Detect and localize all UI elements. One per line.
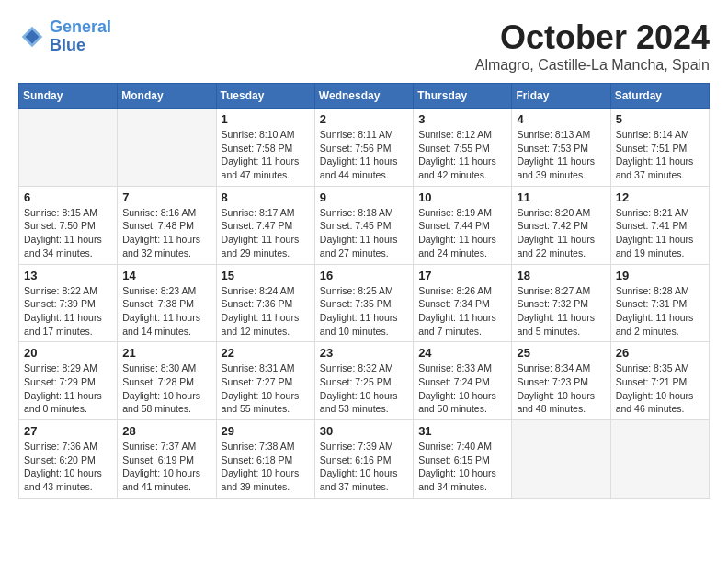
calendar-day-cell: 24Sunrise: 8:33 AMSunset: 7:24 PMDayligh… <box>414 342 512 420</box>
day-info: Sunrise: 8:14 AMSunset: 7:51 PMDaylight:… <box>616 128 704 182</box>
day-info: Sunrise: 8:24 AMSunset: 7:36 PMDaylight:… <box>222 284 310 339</box>
day-number: 27 <box>24 424 112 438</box>
day-number: 25 <box>517 346 605 360</box>
day-info: Sunrise: 8:21 AMSunset: 7:41 PMDaylight:… <box>616 206 704 260</box>
day-number: 21 <box>122 346 210 360</box>
calendar-day-cell: 1Sunrise: 8:10 AMSunset: 7:58 PMDaylight… <box>216 109 314 187</box>
day-number: 8 <box>222 190 310 204</box>
day-info: Sunrise: 8:11 AMSunset: 7:56 PMDaylight:… <box>320 128 408 182</box>
calendar-day-cell: 23Sunrise: 8:32 AMSunset: 7:25 PMDayligh… <box>314 342 413 420</box>
weekday-header: Saturday <box>610 84 709 109</box>
calendar-week-row: 27Sunrise: 7:36 AMSunset: 6:20 PMDayligh… <box>19 420 710 499</box>
day-number: 14 <box>122 269 210 282</box>
calendar-day-cell: 22Sunrise: 8:31 AMSunset: 7:27 PMDayligh… <box>216 342 314 420</box>
calendar-day-cell: 19Sunrise: 8:28 AMSunset: 7:31 PMDayligh… <box>610 264 709 342</box>
day-number: 30 <box>320 424 408 438</box>
weekday-header: Sunday <box>19 84 118 109</box>
calendar-day-cell <box>118 109 216 187</box>
calendar-day-cell: 30Sunrise: 7:39 AMSunset: 6:16 PMDayligh… <box>314 420 413 499</box>
calendar-day-cell: 21Sunrise: 8:30 AMSunset: 7:28 PMDayligh… <box>118 342 216 420</box>
weekday-header: Wednesday <box>314 84 413 109</box>
logo-name: GeneralBlue <box>50 18 111 55</box>
calendar-day-cell: 10Sunrise: 8:19 AMSunset: 7:44 PMDayligh… <box>414 186 512 264</box>
day-info: Sunrise: 8:32 AMSunset: 7:25 PMDaylight:… <box>320 362 408 416</box>
day-number: 16 <box>320 269 408 282</box>
day-info: Sunrise: 8:18 AMSunset: 7:45 PMDaylight:… <box>320 206 408 260</box>
day-number: 13 <box>24 269 112 282</box>
calendar-day-cell: 12Sunrise: 8:21 AMSunset: 7:41 PMDayligh… <box>610 186 709 264</box>
day-number: 17 <box>418 269 506 282</box>
title-area: October 2024 Almagro, Castille-La Mancha… <box>475 18 710 74</box>
day-number: 2 <box>320 112 408 126</box>
calendar-day-cell: 2Sunrise: 8:11 AMSunset: 7:56 PMDaylight… <box>314 109 413 187</box>
day-info: Sunrise: 8:19 AMSunset: 7:44 PMDaylight:… <box>418 206 506 260</box>
calendar-day-cell: 3Sunrise: 8:12 AMSunset: 7:55 PMDaylight… <box>414 109 512 187</box>
day-number: 18 <box>517 269 605 282</box>
day-number: 9 <box>320 190 408 204</box>
day-info: Sunrise: 8:33 AMSunset: 7:24 PMDaylight:… <box>418 362 506 416</box>
day-info: Sunrise: 8:12 AMSunset: 7:55 PMDaylight:… <box>418 128 506 182</box>
day-info: Sunrise: 8:28 AMSunset: 7:31 PMDaylight:… <box>616 284 704 339</box>
day-number: 19 <box>616 269 704 282</box>
calendar-day-cell <box>610 420 709 499</box>
month-title: October 2024 <box>475 18 710 57</box>
calendar-day-cell: 14Sunrise: 8:23 AMSunset: 7:38 PMDayligh… <box>118 264 216 342</box>
calendar-day-cell: 25Sunrise: 8:34 AMSunset: 7:23 PMDayligh… <box>512 342 610 420</box>
location-title: Almagro, Castille-La Mancha, Spain <box>475 57 710 74</box>
calendar-day-cell: 26Sunrise: 8:35 AMSunset: 7:21 PMDayligh… <box>610 342 709 420</box>
calendar-day-cell: 16Sunrise: 8:25 AMSunset: 7:35 PMDayligh… <box>314 264 413 342</box>
day-info: Sunrise: 8:26 AMSunset: 7:34 PMDaylight:… <box>418 284 506 339</box>
day-info: Sunrise: 8:31 AMSunset: 7:27 PMDaylight:… <box>222 362 310 416</box>
calendar-day-cell: 13Sunrise: 8:22 AMSunset: 7:39 PMDayligh… <box>19 264 118 342</box>
day-info: Sunrise: 8:20 AMSunset: 7:42 PMDaylight:… <box>517 206 605 260</box>
calendar-week-row: 1Sunrise: 8:10 AMSunset: 7:58 PMDaylight… <box>19 109 710 187</box>
day-info: Sunrise: 8:27 AMSunset: 7:32 PMDaylight:… <box>517 284 605 339</box>
calendar-day-cell: 5Sunrise: 8:14 AMSunset: 7:51 PMDaylight… <box>610 109 709 187</box>
calendar-week-row: 20Sunrise: 8:29 AMSunset: 7:29 PMDayligh… <box>19 342 710 420</box>
day-info: Sunrise: 7:40 AMSunset: 6:15 PMDaylight:… <box>418 440 506 494</box>
day-number: 5 <box>616 112 704 126</box>
calendar-day-cell <box>19 109 118 187</box>
day-info: Sunrise: 8:16 AMSunset: 7:48 PMDaylight:… <box>122 206 210 260</box>
calendar-day-cell: 4Sunrise: 8:13 AMSunset: 7:53 PMDaylight… <box>512 109 610 187</box>
calendar-day-cell: 29Sunrise: 7:38 AMSunset: 6:18 PMDayligh… <box>216 420 314 499</box>
calendar-day-cell: 8Sunrise: 8:17 AMSunset: 7:47 PMDaylight… <box>216 186 314 264</box>
day-number: 23 <box>320 346 408 360</box>
day-info: Sunrise: 8:10 AMSunset: 7:58 PMDaylight:… <box>222 128 310 182</box>
day-number: 7 <box>122 190 210 204</box>
weekday-header: Tuesday <box>216 84 314 109</box>
logo: GeneralBlue <box>18 18 111 55</box>
day-info: Sunrise: 8:23 AMSunset: 7:38 PMDaylight:… <box>122 284 210 339</box>
day-number: 10 <box>418 190 506 204</box>
logo-icon <box>18 23 46 51</box>
day-number: 26 <box>616 346 704 360</box>
calendar-day-cell: 20Sunrise: 8:29 AMSunset: 7:29 PMDayligh… <box>19 342 118 420</box>
day-info: Sunrise: 8:17 AMSunset: 7:47 PMDaylight:… <box>222 206 310 260</box>
weekday-header: Friday <box>512 84 610 109</box>
calendar-week-row: 6Sunrise: 8:15 AMSunset: 7:50 PMDaylight… <box>19 186 710 264</box>
day-info: Sunrise: 8:25 AMSunset: 7:35 PMDaylight:… <box>320 284 408 339</box>
calendar-day-cell: 6Sunrise: 8:15 AMSunset: 7:50 PMDaylight… <box>19 186 118 264</box>
header: GeneralBlue October 2024 Almagro, Castil… <box>18 18 710 74</box>
day-number: 12 <box>616 190 704 204</box>
day-number: 4 <box>517 112 605 126</box>
day-number: 24 <box>418 346 506 360</box>
day-info: Sunrise: 8:30 AMSunset: 7:28 PMDaylight:… <box>122 362 210 416</box>
calendar-day-cell: 17Sunrise: 8:26 AMSunset: 7:34 PMDayligh… <box>414 264 512 342</box>
day-number: 6 <box>24 190 112 204</box>
calendar-day-cell: 28Sunrise: 7:37 AMSunset: 6:19 PMDayligh… <box>118 420 216 499</box>
calendar-day-cell: 18Sunrise: 8:27 AMSunset: 7:32 PMDayligh… <box>512 264 610 342</box>
day-info: Sunrise: 7:39 AMSunset: 6:16 PMDaylight:… <box>320 440 408 494</box>
calendar-day-cell: 15Sunrise: 8:24 AMSunset: 7:36 PMDayligh… <box>216 264 314 342</box>
calendar-day-cell: 11Sunrise: 8:20 AMSunset: 7:42 PMDayligh… <box>512 186 610 264</box>
weekday-header: Monday <box>118 84 216 109</box>
day-number: 11 <box>517 190 605 204</box>
day-number: 1 <box>222 112 310 126</box>
day-number: 3 <box>418 112 506 126</box>
day-number: 20 <box>24 346 112 360</box>
day-info: Sunrise: 7:38 AMSunset: 6:18 PMDaylight:… <box>222 440 310 494</box>
day-number: 29 <box>222 424 310 438</box>
day-number: 15 <box>222 269 310 282</box>
calendar-day-cell <box>512 420 610 499</box>
calendar: SundayMondayTuesdayWednesdayThursdayFrid… <box>18 83 710 499</box>
